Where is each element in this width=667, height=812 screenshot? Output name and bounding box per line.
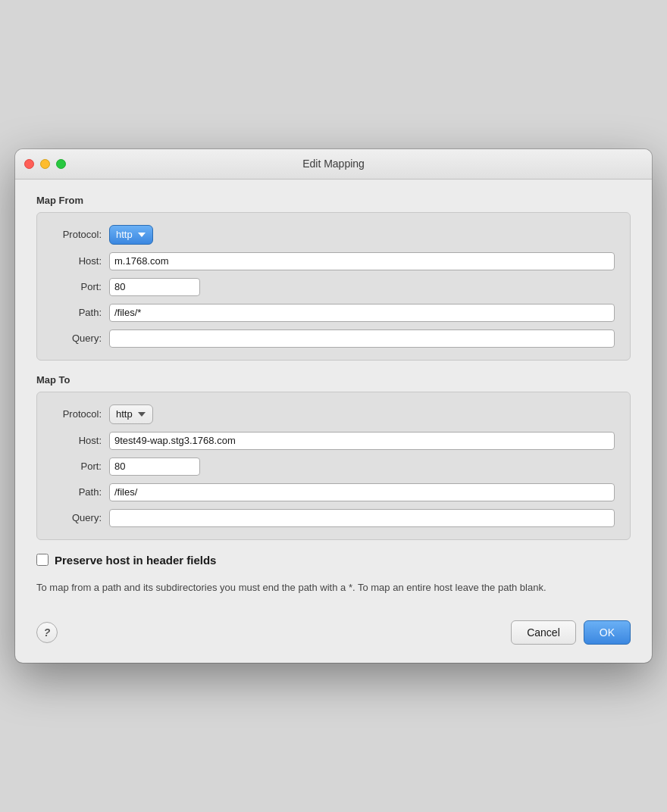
map-to-protocol-row: Protocol: http (52, 404, 615, 424)
map-from-path-label: Path: (52, 307, 102, 318)
ok-button[interactable]: OK (584, 620, 631, 645)
window-title: Edit Mapping (302, 158, 365, 170)
map-to-host-label: Host: (52, 435, 102, 446)
map-to-protocol-select[interactable]: http (109, 404, 153, 424)
map-from-protocol-label: Protocol: (52, 229, 102, 240)
map-to-port-label: Port: (52, 461, 102, 472)
map-to-path-row: Path: (52, 483, 615, 501)
maximize-button[interactable] (56, 159, 66, 169)
cancel-button[interactable]: Cancel (511, 620, 576, 645)
map-to-section: Map To Protocol: http (36, 374, 631, 540)
traffic-lights (24, 159, 66, 169)
preserve-host-row: Preserve host in header fields (36, 554, 631, 567)
map-to-protocol-value: http (116, 408, 133, 420)
main-content: Map From Protocol: http (15, 180, 652, 614)
map-from-protocol-chevron-icon (136, 229, 148, 241)
map-to-port-row: Port: (52, 458, 615, 476)
titlebar: Edit Mapping (15, 149, 652, 180)
map-from-host-row: Host: (52, 252, 615, 270)
map-from-path-input[interactable] (109, 304, 615, 322)
bottom-bar: ? Cancel OK (15, 613, 652, 663)
preserve-host-label: Preserve host in header fields (55, 554, 216, 567)
map-to-host-input[interactable] (109, 432, 615, 450)
map-from-port-row: Port: (52, 278, 615, 296)
map-to-path-input[interactable] (109, 483, 615, 501)
info-text: To map from a path and its subdirectorie… (36, 580, 631, 595)
help-button[interactable]: ? (36, 622, 58, 643)
edit-mapping-window: Edit Mapping Map From Protocol: http (15, 149, 652, 664)
map-to-label: Map To (36, 374, 631, 386)
map-from-protocol-row: Protocol: http (52, 225, 615, 245)
map-to-protocol-chevron-icon (136, 408, 148, 420)
map-from-protocol-value: http (116, 229, 133, 240)
button-group: Cancel OK (511, 620, 631, 645)
map-to-query-label: Query: (52, 512, 102, 523)
map-from-query-label: Query: (52, 333, 102, 344)
map-from-box: Protocol: http Host: (36, 212, 631, 361)
map-to-port-input[interactable] (109, 458, 200, 476)
map-to-path-label: Path: (52, 486, 102, 498)
map-to-query-row: Query: (52, 509, 615, 527)
map-from-host-input[interactable] (109, 252, 615, 270)
minimize-button[interactable] (40, 159, 50, 169)
map-to-box: Protocol: http Host: (36, 392, 631, 540)
map-to-protocol-label: Protocol: (52, 408, 102, 420)
map-from-query-input[interactable] (109, 329, 615, 348)
map-from-port-input[interactable] (109, 278, 200, 296)
map-from-path-row: Path: (52, 304, 615, 322)
map-from-host-label: Host: (52, 255, 102, 267)
map-from-port-label: Port: (52, 281, 102, 292)
map-from-label: Map From (36, 195, 631, 206)
close-button[interactable] (24, 159, 34, 169)
map-from-protocol-select[interactable]: http (109, 225, 153, 245)
map-from-section: Map From Protocol: http (36, 195, 631, 361)
map-to-host-row: Host: (52, 432, 615, 450)
map-to-query-input[interactable] (109, 509, 615, 527)
preserve-host-checkbox[interactable] (36, 554, 49, 566)
map-from-query-row: Query: (52, 329, 615, 348)
